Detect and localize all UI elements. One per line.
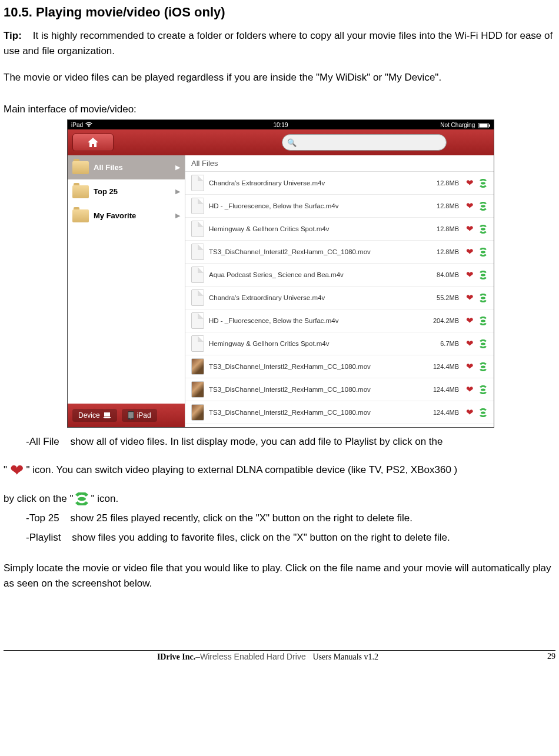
- svg-point-9: [481, 251, 485, 253]
- file-size: 6.7MB: [427, 340, 459, 347]
- dlna-cast-icon[interactable]: [478, 202, 488, 211]
- dlna-cast-icon[interactable]: [478, 225, 488, 234]
- file-icon: [191, 221, 204, 237]
- file-size: 204.2MB: [427, 317, 459, 324]
- file-size: 12.8MB: [427, 225, 459, 232]
- sidebar: All Files▶Top 25▶My Favorite▶ Device iPa…: [68, 155, 185, 427]
- file-icon: [191, 404, 204, 421]
- file-row[interactable]: Chandra's Extraordinary Universe.m4v12.8…: [185, 172, 494, 195]
- favorite-heart-icon[interactable]: ❤: [466, 338, 474, 349]
- folder-icon: [72, 209, 89, 222]
- favorite-heart-icon[interactable]: ❤: [466, 361, 474, 372]
- dlna-cast-icon[interactable]: [478, 317, 488, 325]
- file-row[interactable]: Hemingway & Gellhorn Critics Spot.m4v6.7…: [185, 332, 494, 355]
- app-screenshot: iPad 10:19 Not Charging 🔍 All Files▶Top …: [67, 119, 494, 428]
- sidebar-item-label: Top 25: [94, 187, 118, 196]
- device-tab-label: Device: [78, 411, 100, 419]
- sidebar-bottom-bar: Device iPad: [68, 404, 185, 427]
- svg-point-5: [131, 418, 131, 419]
- file-icon: [191, 381, 204, 398]
- dlna-cast-icon[interactable]: [478, 385, 488, 394]
- dlna-cast-icon[interactable]: [478, 179, 488, 188]
- svg-point-7: [481, 205, 485, 207]
- file-row[interactable]: Chandra's Extraordinary Universe.m4v55.2…: [185, 287, 494, 309]
- footer-product: –Wireless Enabled Hard Drive: [195, 652, 306, 661]
- svg-point-14: [481, 365, 485, 368]
- file-row[interactable]: TS3_DisChannel_Interstl2_RexHamm_CC_1080…: [185, 355, 494, 378]
- dlna-cast-icon[interactable]: [478, 271, 488, 279]
- file-row[interactable]: HD - _Fluorescence, Below the Surfac.m4v…: [185, 309, 494, 332]
- playlist-text: show files you adding to favorite files,…: [72, 532, 450, 543]
- svg-point-15: [481, 388, 485, 391]
- svg-rect-4: [128, 412, 134, 419]
- allfile-text-2: " icon. You can switch video playing to …: [26, 465, 458, 476]
- playlist-desc: -Playlist show files you adding to favor…: [4, 529, 555, 547]
- tip-text: It is highly recommended to create a fol…: [4, 30, 553, 56]
- ipad-icon: [128, 411, 134, 419]
- favorite-heart-icon[interactable]: ❤: [466, 315, 474, 326]
- favorite-heart-icon[interactable]: ❤: [466, 224, 474, 234]
- file-row[interactable]: TS3_DisChannel_Interstl2_RexHamm_CC_1080…: [185, 401, 494, 424]
- file-icon: [191, 244, 204, 260]
- home-button[interactable]: [72, 134, 114, 151]
- file-row[interactable]: TS3_DisChannel_Interstl2_RexHamm_CC_1080…: [185, 241, 494, 264]
- allfile-text-3a: by click on the ": [4, 493, 73, 504]
- battery-icon: [478, 123, 490, 128]
- dlna-cast-icon[interactable]: [478, 408, 488, 417]
- svg-point-12: [481, 319, 485, 322]
- file-row[interactable]: Aqua Podcast Series_ Science and Bea.m4v…: [185, 264, 494, 287]
- page-footer: IDrive Inc.–Wireless Enabled Hard Drive …: [4, 650, 555, 662]
- ipad-tab-label: iPad: [137, 411, 151, 419]
- favorite-heart-icon[interactable]: ❤: [466, 407, 474, 418]
- file-name: Hemingway & Gellhorn Critics Spot.m4v: [209, 225, 422, 232]
- allfile-desc-line3: by click on the "" icon.: [4, 491, 555, 508]
- sidebar-item-1[interactable]: Top 25▶: [68, 179, 185, 204]
- favorite-heart-icon[interactable]: ❤: [466, 178, 474, 188]
- device-tab[interactable]: Device: [72, 409, 117, 422]
- ios-status-bar: iPad 10:19 Not Charging: [68, 120, 494, 129]
- file-size: 12.8MB: [427, 248, 459, 255]
- favorite-heart-icon[interactable]: ❤: [466, 201, 474, 211]
- carrier-text: iPad: [71, 122, 83, 128]
- file-size: 124.4MB: [427, 409, 459, 416]
- note-paragraph: The movie or video files can be played r…: [4, 70, 555, 85]
- file-name: TS3_DisChannel_Interstl2_RexHamm_CC_1080…: [209, 409, 422, 416]
- device-icon: [103, 412, 111, 418]
- file-row[interactable]: HD - _Fluorescence, Below the Surfac.m4v…: [185, 195, 494, 218]
- chevron-right-icon: ▶: [175, 188, 180, 195]
- favorite-heart-icon[interactable]: ❤: [466, 269, 474, 280]
- file-icon: [191, 198, 204, 214]
- section-heading: 10.5. Playing movie/video (iOS only): [4, 5, 555, 20]
- file-row[interactable]: TS3_DisChannel_Interstl2_RexHamm_CC_1080…: [185, 378, 494, 401]
- file-icon: [191, 175, 204, 191]
- file-size: 55.2MB: [427, 294, 459, 301]
- file-name: Chandra's Extraordinary Universe.m4v: [209, 179, 422, 186]
- home-icon: [87, 137, 99, 148]
- sidebar-item-0[interactable]: All Files▶: [68, 155, 185, 179]
- file-name: Aqua Podcast Series_ Science and Bea.m4v: [209, 271, 422, 278]
- svg-point-6: [481, 182, 485, 184]
- dlna-cast-icon[interactable]: [478, 294, 488, 302]
- file-icon: [191, 312, 204, 329]
- svg-rect-1: [489, 124, 490, 126]
- favorite-heart-icon[interactable]: ❤: [466, 384, 474, 395]
- file-size: 12.8MB: [427, 179, 459, 186]
- svg-rect-2: [479, 124, 487, 127]
- dlna-cast-icon[interactable]: [478, 248, 488, 257]
- svg-point-17: [78, 497, 86, 501]
- svg-point-11: [481, 297, 485, 299]
- file-row[interactable]: Hemingway & Gellhorn Critics Spot.m4v12.…: [185, 218, 494, 241]
- folder-icon: [72, 185, 89, 198]
- allfile-desc-line1: -All File show all of video files. In li…: [4, 434, 555, 451]
- ipad-tab[interactable]: iPad: [122, 409, 157, 422]
- interface-paragraph: Main interface of movie/video:: [4, 102, 555, 117]
- dlna-cast-icon[interactable]: [478, 362, 488, 371]
- sidebar-item-2[interactable]: My Favorite▶: [68, 204, 185, 228]
- favorite-heart-icon[interactable]: ❤: [466, 292, 474, 303]
- app-header: 🔍: [68, 129, 494, 155]
- heart-icon: ❤: [10, 457, 24, 485]
- search-field[interactable]: 🔍: [282, 134, 447, 151]
- dlna-cast-icon[interactable]: [478, 339, 488, 348]
- favorite-heart-icon[interactable]: ❤: [466, 247, 474, 257]
- top25-desc: -Top 25 show 25 files played recently, c…: [4, 510, 555, 527]
